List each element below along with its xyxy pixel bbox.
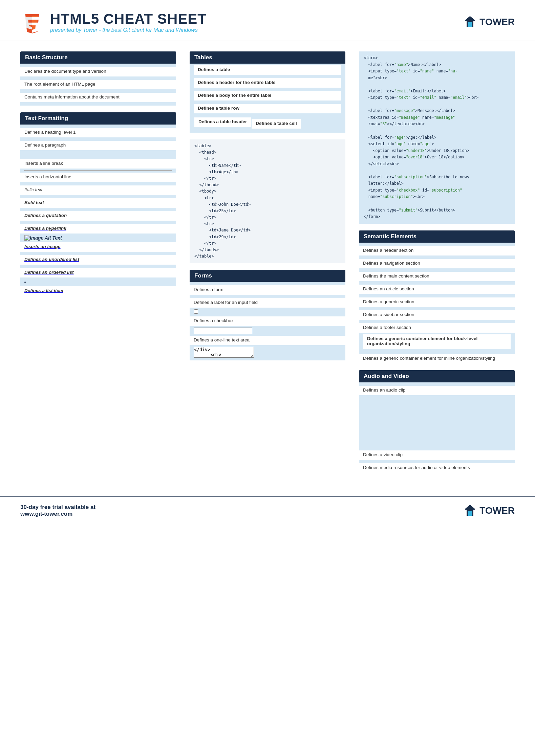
tag-name (20, 265, 176, 268)
tag-item: Defines a generic container element for … (359, 351, 515, 363)
tag-item: Defines an audio clip (359, 382, 515, 395)
tag-item: Defines media resources for audio or vid… (359, 460, 515, 473)
column-1: Basic Structure Declares the document ty… (14, 51, 183, 480)
tag-desc: Defines a generic section (359, 297, 515, 307)
tag-item: Inserts a horizontal line (20, 169, 176, 182)
tag-desc: Defines a label for an input field (190, 298, 345, 308)
tag-item: Defines a table Defines a header for the… (190, 64, 345, 133)
text-formatting-header: Text Formatting (20, 112, 176, 125)
tag-name (190, 295, 345, 298)
tag-item: Defines a sidebar section (359, 307, 515, 320)
svg-rect-2 (465, 20, 475, 21)
tag-name (190, 308, 345, 316)
tag-name (20, 195, 176, 198)
tag-name (194, 113, 341, 117)
tag-item: Defines an unordered list (20, 252, 176, 265)
tag-desc: Defines a table cell (252, 119, 301, 129)
tag-name (20, 64, 176, 67)
tag-name (20, 208, 176, 211)
tag-desc: Italic text (20, 185, 176, 195)
basic-structure-items: Declares the document type and version T… (20, 64, 176, 106)
footer-trial: 30-day free trial available at (20, 504, 95, 510)
tag-desc: Defines a table header (194, 117, 251, 127)
tag-name: </div> <div class="tag-desc" data-name="… (20, 102, 176, 106)
tag-name: </div> <div class="tag-desc" data-name="… (190, 345, 345, 360)
svg-rect-5 (465, 509, 475, 510)
tower-logo-footer: TOWER (463, 504, 515, 517)
tag-item: Contains meta information about the docu… (20, 89, 176, 102)
tag-item: Defines a label for an input field (190, 295, 345, 308)
tag-name (20, 150, 176, 159)
tag-name (20, 76, 176, 80)
tag-desc: Defines the main content section (359, 272, 515, 281)
forms-items: Defines a form Defines a label for an in… (190, 282, 345, 360)
basic-structure-section: Basic Structure Declares the document ty… (20, 51, 176, 106)
tag-item: Defines a video clip (359, 395, 515, 460)
tag-name (359, 395, 515, 450)
tag-item: Defines a header section (359, 243, 515, 255)
tag-name: Defines a table Defines a header for the… (190, 64, 345, 133)
tag-name (190, 326, 345, 336)
tag-item: Bold text (20, 195, 176, 208)
tower-logo-header: TOWER (463, 15, 515, 29)
tower-label-footer: TOWER (479, 505, 515, 516)
audio-video-header: Audio and Video (359, 370, 515, 382)
tag-desc: Defines a checkbox (190, 316, 345, 326)
table-code-example: <table> <thead> <tr> <th>Name</th> <th>A… (190, 139, 345, 263)
tag-desc: Defines a sidebar section (359, 310, 515, 320)
tag-name (359, 268, 515, 272)
tag-desc: Defines an unordered list (20, 255, 176, 265)
text-formatting-section: Text Formatting Defines a heading level … (20, 112, 176, 296)
tower-footer-icon (463, 504, 477, 517)
tag-desc: Defines a generic container element for … (363, 334, 511, 349)
tag-item (194, 88, 341, 91)
tag-item (194, 75, 341, 78)
tag-name (20, 89, 176, 93)
tables-header: Tables (190, 51, 345, 64)
tag-desc: Defines media resources for audio or vid… (359, 463, 515, 473)
tag-name (359, 243, 515, 246)
semantic-header: Semantic Elements (359, 230, 515, 243)
tag-desc: Inserts a horizontal line (20, 173, 176, 182)
tag-name (20, 252, 176, 255)
tag-item: The root element of an HTML page (20, 76, 176, 89)
tag-desc: Defines a video clip (359, 450, 515, 460)
tag-name (194, 88, 341, 91)
svg-rect-4 (468, 511, 472, 516)
svg-rect-1 (468, 22, 472, 27)
tag-desc: Defines a heading level 1 (20, 128, 176, 137)
header-left: HTML5 CHEAT SHEET presented by Tower - t… (20, 10, 207, 34)
text-formatting-items: Defines a heading level 1 Defines a para… (20, 125, 176, 296)
tag-desc: Defines a table (194, 65, 341, 75)
tag-item: Defines the main content section (359, 268, 515, 281)
tag-item: Defines a form (190, 282, 345, 295)
tag-desc: Defines a footer section (359, 323, 515, 333)
tag-name (359, 281, 515, 285)
tag-item (194, 113, 341, 117)
tag-desc: Defines a table row (194, 104, 341, 113)
tag-item: Defines a checkbox (190, 308, 345, 326)
html5-logo-icon (20, 10, 44, 34)
audio-video-items: Defines an audio clip Defines a video cl… (359, 382, 515, 473)
tag-item: Inserts a line break (20, 150, 176, 169)
tag-item (194, 127, 251, 130)
tag-name (359, 382, 515, 386)
tag-desc: Defines a paragraph (20, 141, 176, 150)
page-subtitle: presented by Tower - the best Git client… (50, 27, 207, 33)
tag-name (194, 101, 341, 104)
tag-desc: Defines an ordered list (20, 268, 176, 277)
tag-item: Defines a one-line text area (190, 326, 345, 345)
form-code-block: <form> <label for="name">Name:</label> <… (359, 51, 515, 224)
tag-item: Italic text (20, 182, 176, 195)
tag-desc: Defines a hyperlink (20, 224, 176, 234)
semantic-items: Defines a header section Defines a navig… (359, 243, 515, 363)
tag-desc: The root element of an HTML page (20, 80, 176, 89)
tables-items: Defines a table Defines a header for the… (190, 64, 345, 133)
tag-name (20, 137, 176, 141)
tag-desc: Defines a one-line text area (190, 336, 345, 345)
tag-desc: Inserts a line break (20, 159, 176, 169)
tag-desc: Defines a header for the entire table (194, 78, 341, 88)
tag-item: </div> <div class="tag-desc" data-name="… (190, 345, 345, 360)
tag-desc: Defines a navigation section (359, 259, 515, 268)
footer-url: www.git-tower.com (20, 511, 72, 517)
